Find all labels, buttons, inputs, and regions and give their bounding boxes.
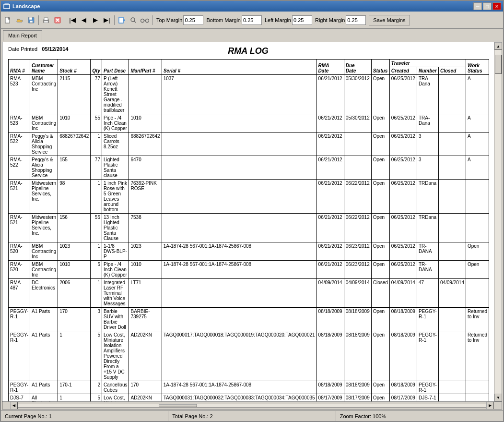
- table-cell: 1037: [162, 75, 316, 114]
- table-cell: [466, 180, 489, 214]
- last-page-button[interactable]: ▶|: [102, 15, 112, 25]
- table-cell: 06/23/2012: [344, 242, 371, 261]
- table-cell: 06/21/2012: [316, 156, 344, 180]
- table-cell: 170: [129, 381, 162, 394]
- svg-point-16: [146, 19, 149, 22]
- table-cell: [466, 381, 489, 394]
- table-cell: [438, 394, 466, 402]
- scroll-left-button[interactable]: ◀: [10, 402, 18, 410]
- table-cell: [344, 156, 371, 180]
- top-margin-input[interactable]: [183, 15, 203, 25]
- minimize-button[interactable]: ─: [473, 2, 482, 10]
- table-cell: MBM Contracting Inc: [30, 114, 58, 133]
- bottom-margin-input[interactable]: [242, 15, 262, 25]
- table-cell: RMA-520: [9, 242, 30, 261]
- table-cell: [438, 133, 466, 156]
- table-cell: Pipe - /4 Inch Clean (K) Copper: [102, 114, 129, 133]
- table-cell: Midwestern Pipeline Services, Inc.: [30, 180, 58, 214]
- table-cell: [438, 214, 466, 242]
- table-cell: Low Cost, Miniature Isolation Amplifiers…: [102, 331, 129, 381]
- table-cell: [438, 156, 466, 180]
- left-margin-input[interactable]: [292, 15, 312, 25]
- title-bar: Landscape ─ □ ✕: [1, 1, 503, 12]
- svg-line-14: [134, 21, 136, 23]
- next-page-button[interactable]: ▶: [90, 15, 101, 25]
- table-cell: Low Cost, Miniature Isolation Amplifiers…: [102, 394, 129, 402]
- table-cell: DC Electronics: [30, 279, 58, 308]
- table-cell: 55: [91, 114, 102, 133]
- first-page-button[interactable]: |◀: [67, 15, 78, 25]
- table-cell: Open: [371, 214, 389, 242]
- print-button[interactable]: [41, 15, 51, 25]
- svg-point-13: [131, 18, 135, 22]
- table-cell: PEGGY-R-1: [9, 381, 30, 394]
- table-row: RMA-523MBM Contracting Inc211577P (Left …: [9, 75, 489, 114]
- table-cell: PEGGY-R-1: [9, 308, 30, 331]
- report-frame: Date Printed 05/12/2014 RMA LOG: [2, 42, 502, 410]
- table-row: PEGGY-R-1A1 Parts170-12Cancellous Cubes1…: [9, 381, 489, 394]
- scroll-track-h[interactable]: [18, 404, 486, 408]
- right-margin-input[interactable]: [346, 15, 366, 25]
- table-cell: RMA-520: [9, 261, 30, 279]
- scroll-up-button[interactable]: ▲: [494, 42, 502, 50]
- search-button[interactable]: [128, 15, 139, 25]
- open-button[interactable]: [14, 15, 25, 25]
- table-cell: 1A-1874-28 567-001:1A-1874-25867-008: [162, 242, 316, 261]
- close-button[interactable]: ✕: [492, 2, 501, 10]
- cancel-button[interactable]: [52, 15, 63, 25]
- save-button[interactable]: [26, 15, 36, 25]
- table-cell: 1: [58, 331, 91, 381]
- table-cell: 08/18/2009: [344, 308, 371, 331]
- svg-rect-7: [44, 21, 48, 23]
- table-row: RMA-521Midwestern Pipeline Services, Inc…: [9, 180, 489, 214]
- table-cell: [162, 279, 316, 308]
- table-cell: 06/21/2012: [316, 75, 344, 114]
- status-bar: Current Page No.: 1 Total Page No.: 2 Zo…: [1, 410, 503, 421]
- table-cell: 06/21/2012: [316, 133, 344, 156]
- table-cell: 1010: [58, 261, 91, 279]
- save-margins-button[interactable]: Save Margins: [369, 15, 410, 25]
- current-page-status: Current Page No.: 1: [1, 411, 168, 421]
- table-cell: 04/09/2014: [438, 279, 466, 308]
- table-cell: Pipe - /4 Inch Clean (K) Copper: [102, 261, 129, 279]
- table-row: RMA-520MBM Contracting Inc10105Pipe - /4…: [9, 261, 489, 279]
- maximize-button[interactable]: □: [483, 2, 492, 10]
- content-area: Date Printed 05/12/2014 RMA LOG: [1, 41, 503, 410]
- table-cell: Returned to Inv: [466, 331, 489, 381]
- col-header-customer: Customer Name: [30, 60, 58, 75]
- export-button[interactable]: [117, 15, 127, 25]
- table-cell: Peggy's & Alicia Shopping Service: [30, 156, 58, 180]
- tab-main-report-label: Main Report: [8, 33, 37, 38]
- vertical-scrollbar[interactable]: ▲ ▼: [494, 42, 502, 401]
- scroll-down-button[interactable]: ▼: [494, 394, 502, 401]
- horizontal-scrollbar[interactable]: ◀ ▶: [2, 401, 502, 409]
- scroll-right-button[interactable]: ▶: [486, 402, 494, 410]
- report-scroll-area[interactable]: Date Printed 05/12/2014 RMA LOG: [2, 42, 494, 401]
- table-cell: Midwestern Pipeline Services, Inc.: [30, 214, 58, 242]
- svg-rect-11: [119, 17, 123, 23]
- table-cell: 1: [91, 180, 102, 214]
- scroll-track-v[interactable]: [494, 50, 502, 394]
- table-cell: TR-DANA: [417, 261, 438, 279]
- toolbar-separator-4: [152, 15, 152, 25]
- table-row: RMA-487DC Electronics20061Integrated Las…: [9, 279, 489, 308]
- tab-main-report[interactable]: Main Report: [3, 30, 42, 41]
- prev-page-button[interactable]: ◀: [79, 15, 89, 25]
- toolbar-separator-1: [38, 15, 39, 25]
- table-cell: MBM Contracting Inc: [30, 261, 58, 279]
- binoculars-button[interactable]: [140, 15, 150, 25]
- scroll-thumb-v[interactable]: [495, 55, 502, 74]
- scroll-thumb-h[interactable]: [159, 404, 197, 407]
- new-button[interactable]: [3, 15, 13, 25]
- table-cell: 1: [91, 242, 102, 261]
- table-cell: 06/23/2012: [344, 261, 371, 279]
- table-cell: Open: [371, 381, 389, 394]
- table-cell: [162, 156, 316, 180]
- table-cell: 156: [58, 214, 91, 242]
- table-cell: 3: [417, 156, 438, 180]
- col-header-qty: Qty: [91, 60, 102, 75]
- col-header-part: Part Desc: [102, 60, 129, 75]
- table-cell: AD202KN: [129, 394, 162, 402]
- table-cell: Open: [371, 308, 389, 331]
- table-cell: BARBIE-739275: [129, 308, 162, 331]
